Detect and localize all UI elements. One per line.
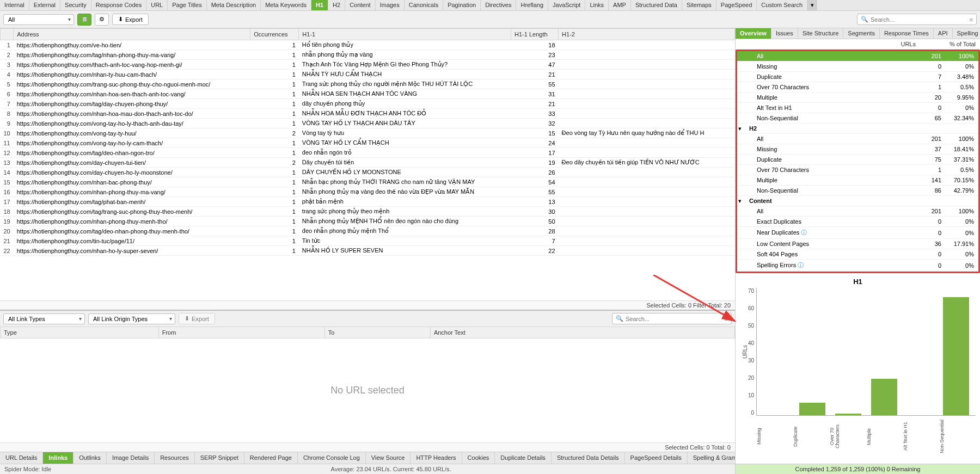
overview-row[interactable]: Over 70 Characters10.5% <box>737 165 978 175</box>
link-origin-dropdown[interactable]: All Link Origin Types <box>88 313 175 324</box>
right-tab-issues[interactable]: Issues <box>771 28 798 39</box>
col-header[interactable]: Anchor Text <box>430 327 734 338</box>
table-row[interactable]: 15https://hotienphongthuy.com/nhan-bac-p… <box>1 177 735 187</box>
right-tab-site-structure[interactable]: Site Structure <box>798 28 844 39</box>
tab-resources[interactable]: Resources <box>155 452 195 464</box>
overview-row[interactable]: Alt Text in H100% <box>737 103 978 113</box>
tab-pagination[interactable]: Pagination <box>443 0 481 10</box>
tab-directives[interactable]: Directives <box>481 0 516 10</box>
tab-custom-search[interactable]: Custom Search <box>757 0 807 10</box>
tab-structured-data[interactable]: Structured Data <box>631 0 682 10</box>
overview-row[interactable]: Non-Sequential6532.34% <box>737 113 978 124</box>
tab-pagespeed[interactable]: PageSpeed <box>716 0 757 10</box>
view-list-button[interactable]: ≣ <box>77 14 91 26</box>
table-row[interactable]: 13https://hotienphongthuy.com/day-chuyen… <box>1 158 735 168</box>
tab-canonicals[interactable]: Canonicals <box>405 0 443 10</box>
view-tree-button[interactable]: ⚙ <box>95 14 109 26</box>
overview-row[interactable]: Near Duplicates ⓘ00% <box>737 227 978 239</box>
right-tab-segments[interactable]: Segments <box>843 28 880 39</box>
tab-sitemaps[interactable]: Sitemaps <box>682 0 716 10</box>
col-header[interactable] <box>1 29 14 40</box>
table-row[interactable]: 21https://hotienphongthuy.com/tin-tuc/pa… <box>1 236 735 246</box>
table-row[interactable]: 5https://hotienphongthuy.com/trang-suc-p… <box>1 79 735 89</box>
tab-response-codes[interactable]: Response Codes <box>91 0 146 10</box>
overview-row[interactable]: Exact Duplicates00% <box>737 217 978 227</box>
table-row[interactable]: 7https://hotienphongthuy.com/tag/day-chu… <box>1 99 735 109</box>
overview-panel[interactable]: All201100%Missing00%Duplicate73.48%Over … <box>736 50 980 273</box>
table-row[interactable]: 11https://hotienphongthuy.com/vong-tay-h… <box>1 138 735 148</box>
table-row[interactable]: 19https://hotienphongthuy.com/nhan-phong… <box>1 217 735 226</box>
table-row[interactable]: 16https://hotienphongthuy.com/nhan-phong… <box>1 187 735 197</box>
overview-row[interactable]: Duplicate7537.31% <box>737 155 978 165</box>
tab-meta-keywords[interactable]: Meta Keywords <box>261 0 311 10</box>
link-types-dropdown[interactable]: All Link Types <box>3 313 85 324</box>
col-header[interactable]: Occurrences <box>250 29 299 40</box>
tab-meta-description[interactable]: Meta Description <box>207 0 261 10</box>
tab-inlinks[interactable]: Inlinks <box>43 452 74 464</box>
col-header[interactable]: H1-1 Length <box>511 29 559 40</box>
lower-export-button[interactable]: ⬇Export <box>179 313 215 324</box>
tab-h2[interactable]: H2 <box>328 0 345 10</box>
tab-internal[interactable]: Internal <box>0 0 29 10</box>
overview-row[interactable]: Non-Sequential8642.79% <box>737 186 978 196</box>
col-header[interactable]: Address <box>14 29 250 40</box>
col-header[interactable]: To <box>324 327 430 338</box>
col-header[interactable]: Type <box>1 327 159 338</box>
table-row[interactable]: 22https://hotienphongthuy.com/nhan-ho-ly… <box>1 246 735 256</box>
table-row[interactable]: 8https://hotienphongthuy.com/nhan-hoa-ma… <box>1 109 735 119</box>
search-options-icon[interactable]: ≡ <box>725 316 728 322</box>
tab-chrome-console-log[interactable]: Chrome Console Log <box>298 452 366 464</box>
tab-structured-data-details[interactable]: Structured Data Details <box>552 452 625 464</box>
table-row[interactable]: 12https://hotienphongthuy.com/tag/deo-nh… <box>1 148 735 158</box>
tab-outlinks[interactable]: Outlinks <box>74 452 107 464</box>
table-row[interactable]: 14https://hotienphongthuy.com/day-chuyen… <box>1 168 735 177</box>
export-button[interactable]: ⬇Export <box>112 14 149 25</box>
tab-javascript[interactable]: JavaScript <box>548 0 585 10</box>
overview-row[interactable]: Spelling Errors ⓘ00% <box>737 260 978 272</box>
tab-page-titles[interactable]: Page Titles <box>168 0 206 10</box>
tab-pagespeed-details[interactable]: PageSpeed Details <box>625 452 688 464</box>
table-row[interactable]: 3https://hotienphongthuy.com/thach-anh-t… <box>1 60 735 70</box>
tab-external[interactable]: External <box>29 0 60 10</box>
tab-hreflang[interactable]: Hreflang <box>516 0 548 10</box>
tab-image-details[interactable]: Image Details <box>107 452 155 464</box>
tab-view-source[interactable]: View Source <box>366 452 411 464</box>
table-row[interactable]: 2https://hotienphongthuy.com/tag/nhan-ph… <box>1 50 735 60</box>
col-header[interactable]: H1-2 <box>559 29 735 40</box>
overview-row[interactable]: All201100% <box>737 206 978 217</box>
table-row[interactable]: 20https://hotienphongthuy.com/tag/deo-nh… <box>1 226 735 236</box>
table-row[interactable]: 18https://hotienphongthuy.com/tag/trang-… <box>1 207 735 217</box>
tab-amp[interactable]: AMP <box>609 0 631 10</box>
overview-row[interactable]: Low Content Pages3617.91% <box>737 239 978 249</box>
overview-row[interactable]: Missing3718.41% <box>737 144 978 155</box>
tab-links[interactable]: Links <box>585 0 609 10</box>
right-tab-api[interactable]: API <box>934 28 953 39</box>
table-row[interactable]: 10https://hotienphongthuy.com/vong-tay-t… <box>1 128 735 138</box>
tabs-more-icon[interactable]: ▾ <box>807 0 817 10</box>
overview-section[interactable]: ▾Content <box>737 196 978 206</box>
tab-h1[interactable]: H1 <box>311 0 328 10</box>
lower-search-box[interactable]: 🔍 ≡ <box>612 313 732 324</box>
overview-row[interactable]: Soft 404 Pages00% <box>737 249 978 260</box>
overview-row[interactable]: Multiple14170.15% <box>737 175 978 186</box>
tab-images[interactable]: Images <box>376 0 405 10</box>
overview-row[interactable]: Over 70 Characters10.5% <box>737 82 978 93</box>
right-tab-overview[interactable]: Overview <box>736 28 771 39</box>
overview-row[interactable]: Duplicate73.48% <box>737 72 978 82</box>
tab-duplicate-details[interactable]: Duplicate Details <box>495 452 552 464</box>
search-input[interactable] <box>871 16 967 23</box>
search-box[interactable]: 🔍 ≡ <box>857 14 977 25</box>
col-header[interactable]: H1-1 <box>299 29 511 40</box>
tab-content[interactable]: Content <box>345 0 376 10</box>
right-tab-spelling-&-gram[interactable]: Spelling & Gram <box>953 28 980 39</box>
right-tab-response-times[interactable]: Response Times <box>880 28 934 39</box>
main-table-wrap[interactable]: AddressOccurrencesH1-1H1-1 LengthH1-2 1h… <box>0 28 735 300</box>
col-header[interactable]: From <box>158 327 324 338</box>
overview-section[interactable]: ▾H2 <box>737 124 978 134</box>
search-options-icon[interactable]: ≡ <box>970 16 973 23</box>
overview-row[interactable]: Missing00% <box>737 61 978 72</box>
overview-row[interactable]: All201100% <box>737 134 978 144</box>
overview-row[interactable]: Multiple209.95% <box>737 93 978 103</box>
tab-spelling-&-grammar-details[interactable]: Spelling & Grammar Details <box>688 452 735 464</box>
table-row[interactable]: 4https://hotienphongthuy.com/nhan-ty-huu… <box>1 70 735 79</box>
